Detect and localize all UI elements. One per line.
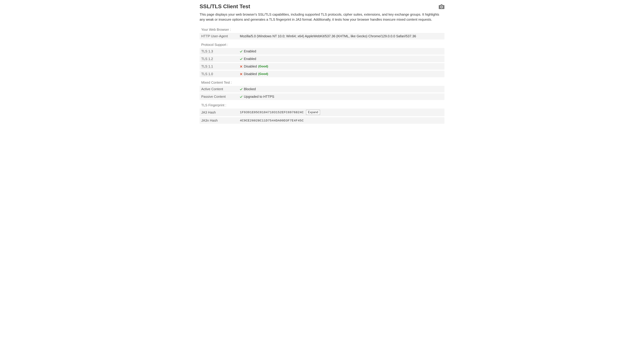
row-key: JA3n Hash xyxy=(200,117,238,124)
row-key: Passive Content xyxy=(200,93,238,100)
browser-table: HTTP User-Agent Mozilla/5.0 (Windows NT … xyxy=(200,33,444,40)
table-row: TLS 1.2 Enabled xyxy=(200,55,444,63)
section-mixed: Mixed Content Test : Active Content Bloc… xyxy=(200,80,444,100)
section-title-mixed: Mixed Content Test : xyxy=(200,80,444,86)
fingerprint-table: JA3 Hash 1F9391E05C01047103152EFC6976824… xyxy=(200,108,444,124)
check-icon xyxy=(240,95,242,98)
section-fingerprint: TLS Fingerprint : JA3 Hash 1F9391E05C010… xyxy=(200,102,444,124)
expand-button[interactable]: Expand xyxy=(306,110,320,115)
table-row: JA3 Hash 1F9391E05C01047103152EFC6976824… xyxy=(200,108,444,117)
table-row: HTTP User-Agent Mozilla/5.0 (Windows NT … xyxy=(200,33,444,40)
intro-text: This page displays your web browser's SS… xyxy=(200,12,444,22)
table-row: Active Content Blocked xyxy=(200,86,444,93)
check-icon xyxy=(240,50,242,53)
section-title-browser: Your Web Browser : xyxy=(200,27,444,33)
table-row: TLS 1.3 Enabled xyxy=(200,48,444,55)
section-title-protocol: Protocol Support : xyxy=(200,42,444,48)
row-key: Active Content xyxy=(200,86,238,93)
check-icon xyxy=(240,88,242,91)
check-icon xyxy=(240,58,242,60)
section-protocol: Protocol Support : TLS 1.3 Enabled TLS 1… xyxy=(200,42,444,77)
row-key[interactable]: TLS 1.0 xyxy=(201,72,213,76)
cross-icon xyxy=(240,65,242,68)
table-row: TLS 1.0 Disabled (Good) xyxy=(200,70,444,77)
page-title: SSL/TLS Client Test xyxy=(200,3,250,10)
row-value: 1F9391E05C01047103152EFC6976824C xyxy=(240,110,304,114)
mixed-table: Active Content Blocked Passive Content U… xyxy=(200,86,444,100)
section-browser: Your Web Browser : HTTP User-Agent Mozil… xyxy=(200,27,444,40)
row-value: Enabled xyxy=(244,57,256,61)
row-key: JA3 Hash xyxy=(200,108,238,117)
row-value: Blocked xyxy=(244,87,256,91)
cross-icon xyxy=(240,73,242,75)
row-value: Upgraded to HTTPS xyxy=(244,95,274,99)
camera-icon[interactable] xyxy=(439,4,444,9)
row-key[interactable]: TLS 1.2 xyxy=(201,57,213,61)
row-note: (Good) xyxy=(258,65,268,68)
table-row: JA3n Hash 4C9CE26028C11D7544DA00D3F7E4F4… xyxy=(200,117,444,124)
row-note: (Good) xyxy=(258,72,268,76)
row-value: Disabled xyxy=(244,72,257,76)
table-row: Passive Content Upgraded to HTTPS xyxy=(200,93,444,100)
table-row: TLS 1.1 Disabled (Good) xyxy=(200,63,444,70)
row-key[interactable]: TLS 1.3 xyxy=(201,49,213,53)
row-value: Mozilla/5.0 (Windows NT 10.0; Win64; x64… xyxy=(238,33,444,40)
row-key: HTTP User-Agent xyxy=(200,33,238,40)
row-value: Disabled xyxy=(244,65,257,68)
section-title-fingerprint: TLS Fingerprint : xyxy=(200,102,444,108)
row-value: 4C9CE26028C11D7544DA00D3F7E4F45C xyxy=(240,119,304,122)
page-header: SSL/TLS Client Test xyxy=(200,3,444,10)
protocol-table: TLS 1.3 Enabled TLS 1.2 Enabled xyxy=(200,48,444,77)
row-key[interactable]: TLS 1.1 xyxy=(201,65,213,69)
row-value: Enabled xyxy=(244,49,256,53)
